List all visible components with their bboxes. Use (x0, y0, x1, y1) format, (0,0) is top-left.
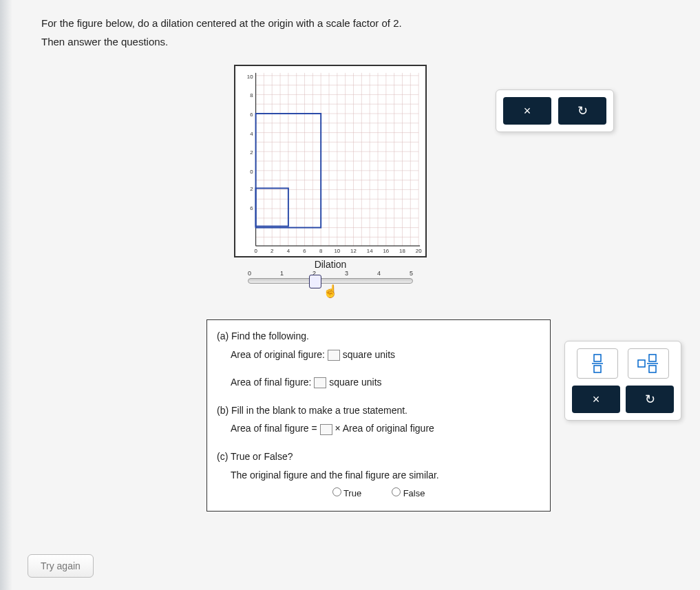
mixed-number-button[interactable] (628, 348, 669, 379)
slider-handle[interactable] (309, 275, 321, 288)
side-close-button[interactable]: × (572, 386, 620, 413)
dilation-slider[interactable] (248, 278, 413, 284)
svg-text:20: 20 (416, 248, 422, 254)
svg-rect-66 (649, 355, 656, 361)
units-final: square units (329, 377, 381, 388)
fraction-button[interactable] (577, 348, 618, 379)
svg-text:12: 12 (350, 248, 357, 254)
cursor-icon: ☝ (234, 284, 427, 299)
eq-left: Area of final figure = (231, 423, 317, 434)
question-c-title: (c) True or False? (217, 447, 540, 466)
svg-text:10: 10 (334, 248, 340, 254)
svg-rect-65 (638, 360, 645, 367)
side-reset-button[interactable]: ↻ (626, 386, 674, 413)
label-area-original: Area of original figure: (231, 349, 325, 360)
reset-button[interactable]: ↻ (558, 97, 606, 125)
close-button[interactable]: × (503, 97, 551, 125)
svg-text:4: 4 (287, 248, 290, 254)
instruction-line-2: Then answer the questions. (41, 32, 659, 51)
svg-text:10: 10 (247, 74, 253, 80)
dilation-label: Dilation (234, 259, 427, 270)
svg-text:18: 18 (399, 248, 405, 254)
input-scale-factor[interactable] (320, 424, 332, 435)
input-area-final[interactable] (314, 377, 326, 388)
instruction-line-1: For the figure below, do a dilation cent… (41, 14, 659, 32)
svg-text:6: 6 (250, 112, 253, 118)
svg-text:6: 6 (250, 205, 253, 211)
svg-text:0: 0 (250, 169, 253, 175)
dilation-graph[interactable]: 024 6810 121416 1820 1086 420 26 (234, 65, 427, 257)
svg-rect-64 (594, 366, 601, 372)
svg-text:4: 4 (250, 131, 253, 137)
svg-rect-62 (594, 355, 601, 361)
questions-panel: (a) Find the following. Area of original… (206, 319, 551, 512)
svg-text:2: 2 (250, 186, 253, 192)
svg-text:16: 16 (383, 248, 389, 254)
svg-text:2: 2 (271, 248, 273, 254)
top-button-panel: × ↻ (496, 89, 614, 132)
slider-scale: 01 23 45 (248, 270, 413, 277)
try-again-button[interactable]: Try again (28, 554, 94, 578)
question-a-title: (a) Find the following. (217, 327, 540, 346)
svg-text:6: 6 (303, 248, 306, 254)
label-area-final: Area of final figure: (231, 377, 312, 388)
eq-right: × Area of original figure (335, 423, 434, 434)
radio-true[interactable]: True (332, 488, 362, 498)
input-area-original[interactable] (328, 350, 340, 361)
question-c-statement: The original figure and the final figure… (231, 466, 540, 485)
units-original: square units (343, 349, 395, 360)
svg-text:2: 2 (250, 149, 253, 156)
svg-rect-68 (649, 366, 656, 372)
side-tool-panel: × ↻ (564, 341, 681, 421)
svg-text:8: 8 (319, 248, 323, 254)
svg-text:14: 14 (367, 248, 373, 254)
radio-false[interactable]: False (392, 488, 425, 498)
question-b-title: (b) Fill in the blank to make a true sta… (217, 401, 540, 420)
svg-text:0: 0 (254, 248, 257, 254)
svg-text:8: 8 (250, 92, 253, 98)
